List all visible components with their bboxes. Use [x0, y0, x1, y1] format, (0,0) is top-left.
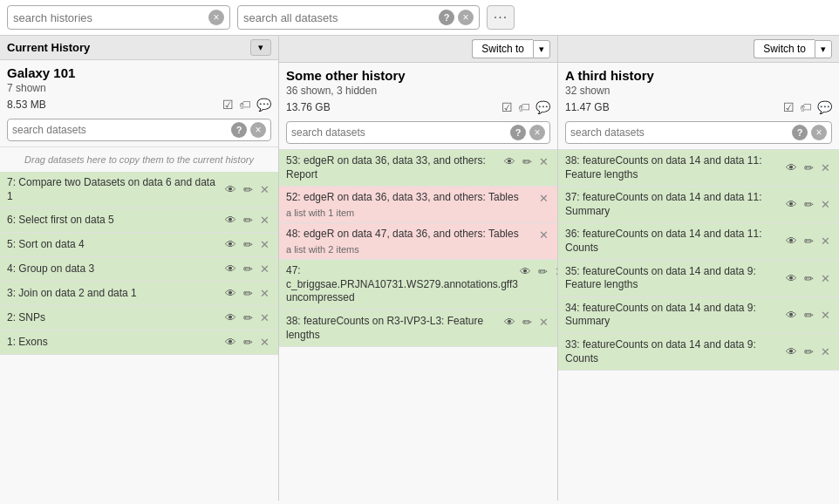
third-switch-to-dropdown[interactable]: ▾	[815, 40, 832, 58]
delete-icon[interactable]: ✕	[258, 335, 271, 350]
table-row[interactable]: 2: SNPs 👁 ✏ ✕	[0, 306, 278, 330]
delete-icon[interactable]: ✕	[537, 191, 550, 206]
third-select-all-icon[interactable]: ☑	[783, 100, 795, 114]
some-other-history-search-input[interactable]	[291, 126, 507, 139]
delete-icon[interactable]: ✕	[819, 160, 832, 175]
table-row[interactable]: 33: featureCounts on data 14 and data 9:…	[558, 334, 839, 371]
delete-icon[interactable]: ✕	[553, 264, 557, 279]
table-row[interactable]: 7: Compare two Datasets on data 6 and da…	[0, 172, 278, 208]
select-all-icon[interactable]: ☑	[222, 98, 234, 112]
some-other-comment-icon[interactable]: 💬	[535, 100, 550, 114]
third-switch-to-button[interactable]: Switch to	[754, 39, 815, 58]
edit-icon[interactable]: ✏	[242, 237, 255, 252]
some-other-search-clear-icon[interactable]: ×	[529, 125, 545, 140]
current-history-search-clear-icon[interactable]: ×	[250, 122, 266, 138]
view-icon[interactable]: 👁	[223, 182, 238, 197]
view-icon[interactable]: 👁	[223, 237, 238, 252]
search-histories-input[interactable]	[13, 11, 205, 24]
table-row[interactable]: 53: edgeR on data 36, data 33, and other…	[279, 150, 557, 187]
table-row[interactable]: 34: featureCounts on data 14 and data 9:…	[558, 297, 839, 334]
some-other-history-size: 13.76 GB	[286, 101, 331, 113]
third-history-search-input[interactable]	[570, 126, 788, 139]
edit-icon[interactable]: ✏	[802, 234, 815, 249]
delete-icon[interactable]: ✕	[258, 182, 271, 197]
table-row[interactable]: 37: featureCounts on data 14 and data 11…	[558, 187, 839, 223]
delete-icon[interactable]: ✕	[537, 154, 550, 169]
table-row[interactable]: 35: featureCounts on data 14 and data 9:…	[558, 261, 839, 297]
edit-icon[interactable]: ✏	[802, 344, 815, 359]
table-row[interactable]: 47: c_briggsae.PRJNA10731.WS279.annotati…	[279, 260, 557, 310]
view-icon[interactable]: 👁	[784, 197, 799, 212]
edit-icon[interactable]: ✏	[802, 197, 815, 212]
edit-icon[interactable]: ✏	[802, 308, 815, 323]
view-icon[interactable]: 👁	[223, 262, 238, 276]
delete-icon[interactable]: ✕	[819, 197, 832, 212]
table-row[interactable]: 52: edgeR on data 36, data 33, and other…	[279, 187, 557, 223]
edit-icon[interactable]: ✏	[521, 154, 534, 169]
edit-icon[interactable]: ✏	[802, 160, 815, 175]
search-datasets-help-icon[interactable]: ?	[439, 10, 454, 25]
table-row[interactable]: 48: edgeR on data 47, data 36, and other…	[279, 223, 557, 260]
edit-icon[interactable]: ✏	[242, 182, 255, 197]
table-row[interactable]: 38: featureCounts on data 14 and data 11…	[558, 150, 839, 187]
delete-icon[interactable]: ✕	[258, 237, 271, 252]
table-row[interactable]: 6: Select first on data 5 👁 ✏ ✕	[0, 208, 278, 233]
more-options-button[interactable]: ···	[487, 5, 515, 30]
view-icon[interactable]: 👁	[502, 154, 517, 169]
table-row[interactable]: 4: Group on data 3 👁 ✏ ✕	[0, 257, 278, 282]
view-icon[interactable]: 👁	[784, 160, 799, 175]
edit-icon[interactable]: ✏	[802, 271, 815, 286]
delete-icon[interactable]: ✕	[537, 228, 550, 242]
current-history-search-help-icon[interactable]: ?	[231, 122, 247, 138]
current-history-stats: 8.53 MB ☑ 🏷 💬	[7, 98, 271, 112]
view-icon[interactable]: 👁	[223, 213, 238, 228]
edit-icon[interactable]: ✏	[536, 264, 549, 279]
delete-icon[interactable]: ✕	[819, 234, 832, 249]
edit-icon[interactable]: ✏	[242, 213, 255, 228]
delete-icon[interactable]: ✕	[819, 308, 832, 323]
table-row[interactable]: 5: Sort on data 4 👁 ✏ ✕	[0, 233, 278, 257]
clear-search-datasets-icon[interactable]: ×	[458, 10, 474, 25]
switch-to-button[interactable]: Switch to	[472, 39, 533, 58]
view-icon[interactable]: 👁	[223, 286, 238, 301]
current-history-dropdown-button[interactable]: ▾	[250, 39, 271, 56]
view-icon[interactable]: 👁	[784, 234, 799, 249]
search-all-datasets-input[interactable]	[243, 11, 435, 24]
delete-icon[interactable]: ✕	[258, 213, 271, 228]
clear-search-histories-icon[interactable]: ×	[208, 10, 224, 25]
delete-icon[interactable]: ✕	[258, 286, 271, 301]
edit-icon[interactable]: ✏	[242, 310, 255, 325]
view-icon[interactable]: 👁	[223, 310, 238, 325]
table-row[interactable]: 1: Exons 👁 ✏ ✕	[0, 330, 278, 355]
view-icon[interactable]: 👁	[518, 264, 533, 279]
third-search-help-icon[interactable]: ?	[792, 125, 808, 140]
delete-icon[interactable]: ✕	[819, 344, 832, 359]
delete-icon[interactable]: ✕	[258, 310, 271, 325]
edit-icon[interactable]: ✏	[242, 335, 255, 350]
edit-icon[interactable]: ✏	[521, 315, 534, 330]
some-other-select-all-icon[interactable]: ☑	[501, 100, 513, 114]
tag-icon[interactable]: 🏷	[239, 98, 251, 112]
dataset-sub: a list with 2 items	[286, 244, 550, 255]
delete-icon[interactable]: ✕	[258, 262, 271, 276]
view-icon[interactable]: 👁	[502, 315, 517, 330]
table-row[interactable]: 36: featureCounts on data 14 and data 11…	[558, 223, 839, 260]
delete-icon[interactable]: ✕	[537, 315, 550, 330]
third-comment-icon[interactable]: 💬	[817, 100, 832, 114]
switch-to-dropdown[interactable]: ▾	[533, 40, 550, 58]
delete-icon[interactable]: ✕	[819, 271, 832, 286]
some-other-tag-icon[interactable]: 🏷	[518, 100, 530, 114]
edit-icon[interactable]: ✏	[242, 286, 255, 301]
some-other-search-help-icon[interactable]: ?	[510, 125, 526, 140]
view-icon[interactable]: 👁	[223, 335, 238, 350]
view-icon[interactable]: 👁	[784, 344, 799, 359]
comment-icon[interactable]: 💬	[256, 98, 271, 112]
third-search-clear-icon[interactable]: ×	[811, 125, 827, 140]
edit-icon[interactable]: ✏	[242, 262, 255, 276]
third-tag-icon[interactable]: 🏷	[800, 100, 812, 114]
view-icon[interactable]: 👁	[784, 271, 799, 286]
view-icon[interactable]: 👁	[784, 308, 799, 323]
table-row[interactable]: 3: Join on data 2 and data 1 👁 ✏ ✕	[0, 282, 278, 306]
table-row[interactable]: 38: featureCounts on R3-IVP3-L3: Feature…	[279, 310, 557, 347]
current-history-search-input[interactable]	[12, 124, 228, 136]
